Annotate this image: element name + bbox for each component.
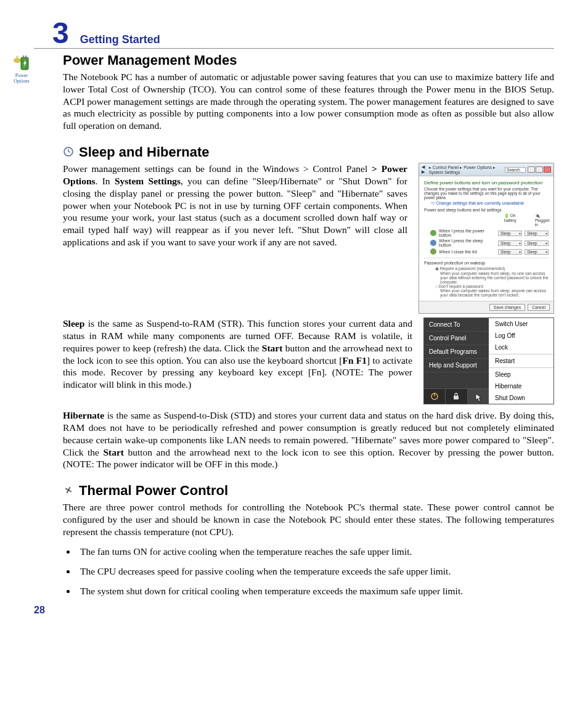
power-options-icon: Power Options — [9, 54, 34, 84]
svg-rect-4 — [25, 55, 27, 58]
chapter-title: Getting Started — [80, 33, 160, 46]
section-heading-thermal: Thermal Power Control — [79, 483, 228, 499]
screenshot-power-options: ◀ ▶ ▸ Control Panel ▸ Power Options ▸ Sy… — [419, 163, 554, 314]
power-icon — [424, 389, 446, 404]
svg-rect-3 — [23, 55, 24, 58]
thermal-bullets: The fan turns ON for active cooling when… — [63, 546, 554, 597]
power-management-paragraph: The Notebook PC has a number of automati… — [63, 71, 554, 132]
svg-rect-11 — [454, 396, 459, 399]
clock-icon — [63, 146, 74, 157]
svg-point-0 — [14, 58, 21, 63]
section-heading-sleep-hibernate: Sleep and Hibernate — [79, 144, 210, 160]
lock-icon — [446, 389, 467, 404]
svg-point-12 — [68, 489, 70, 491]
chapter-number: 3 — [52, 18, 69, 48]
section-heading-power-management: Power Management Modes — [63, 52, 554, 68]
thermal-paragraph: There are three power control methods fo… — [63, 501, 554, 538]
screenshot-start-menu: Connect To Control Panel Default Program… — [423, 317, 554, 404]
hibernate-paragraph: Hibernate is the same as Suspend-to-Disk… — [63, 409, 554, 470]
sleep-paragraph: Sleep is the same as Suspend-to-RAM (STR… — [63, 317, 412, 391]
page-number: 28 — [34, 605, 554, 616]
arrow-icon: ▸ — [468, 389, 489, 404]
fan-icon — [63, 485, 74, 496]
chapter-header: 3 Getting Started — [34, 18, 554, 49]
sleep-hibernate-intro: Power management settings can be found i… — [63, 163, 407, 248]
